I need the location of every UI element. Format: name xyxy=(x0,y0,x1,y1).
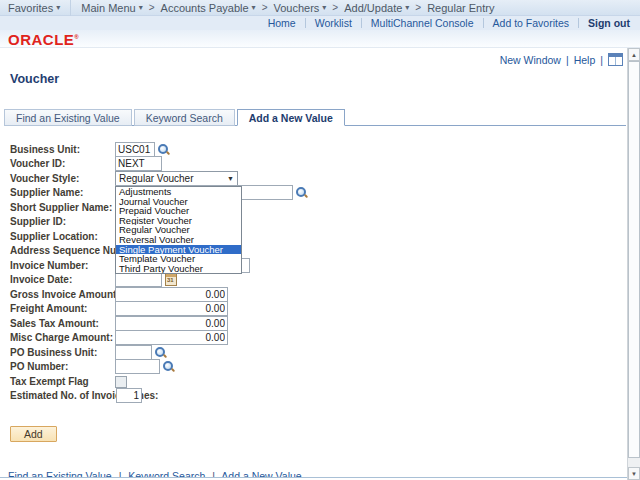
crumb-label: Accounts Payable xyxy=(161,2,249,14)
favorites-menu[interactable]: Favorites ▾ xyxy=(8,2,60,14)
dropdown-option-third-party-voucher[interactable]: Third Party Voucher xyxy=(116,264,241,274)
breadcrumb: Favorites ▾ Main Menu ▾ > Accounts Payab… xyxy=(0,0,640,16)
breadcrumb-regular-entry: Regular Entry xyxy=(427,2,494,14)
calendar-icon[interactable] xyxy=(165,273,177,286)
business-unit-input[interactable] xyxy=(115,142,155,157)
divider xyxy=(483,18,484,28)
scroll-up-button[interactable]: ▲ xyxy=(628,48,640,61)
scrollbar-thumb[interactable] xyxy=(628,61,640,458)
estimated-invoice-lines-input[interactable] xyxy=(116,388,142,403)
field-row-po-business-unit: PO Business Unit: xyxy=(10,345,167,360)
dropdown-option-journal-voucher[interactable]: Journal Voucher xyxy=(116,197,241,207)
dropdown-option-prepaid-voucher[interactable]: Prepaid Voucher xyxy=(116,206,241,216)
vertical-scrollbar[interactable]: ▲ ▼ xyxy=(627,48,640,480)
field-label: Invoice Number: xyxy=(10,260,115,271)
divider xyxy=(361,18,362,28)
chevron-down-icon: ▼ xyxy=(227,175,234,182)
help-link[interactable]: Help xyxy=(574,54,596,66)
breadcrumb-add-update[interactable]: Add/Update ▾ xyxy=(344,2,409,14)
field-label: Misc Charge Amount: xyxy=(10,332,115,343)
field-label: Freight Amount: xyxy=(10,303,115,314)
field-row-tax-exempt-flag: Tax Exempt Flag xyxy=(10,374,127,389)
field-label: Short Supplier Name: xyxy=(10,202,115,213)
breadcrumb-vouchers[interactable]: Vouchers ▾ xyxy=(273,2,326,14)
chevron-down-icon: ▾ xyxy=(56,4,60,12)
breadcrumb-separator: > xyxy=(262,2,268,13)
lookup-icon[interactable] xyxy=(154,346,167,359)
po-business-unit-input[interactable] xyxy=(115,345,152,360)
scroll-down-button[interactable]: ▼ xyxy=(628,467,640,480)
main-menu-label: Main Menu xyxy=(81,2,135,14)
sign-out-link[interactable]: Sign out xyxy=(588,17,630,29)
crumb-label: Add/Update xyxy=(344,2,402,14)
divider: | xyxy=(566,54,569,66)
misc-charge-amount-input[interactable] xyxy=(115,330,228,345)
field-row-address-sequence-number: Address Sequence Number: xyxy=(10,243,120,258)
chevron-down-icon: ▾ xyxy=(139,4,143,12)
divider xyxy=(305,18,306,28)
lookup-icon[interactable] xyxy=(157,143,170,156)
voucher-id-input[interactable] xyxy=(115,156,162,171)
sales-tax-amount-input[interactable] xyxy=(115,316,228,331)
field-row-misc-charge-amount: Misc Charge Amount: xyxy=(10,330,228,345)
crumb-label: Regular Entry xyxy=(427,2,494,14)
dropdown-option-adjustments[interactable]: Adjustments xyxy=(116,187,241,197)
dropdown-option-register-voucher[interactable]: Register Voucher xyxy=(116,216,241,226)
frame-bottom-border xyxy=(0,477,627,478)
multichannel-console-link[interactable]: MultiChannel Console xyxy=(371,17,474,29)
field-row-po-number: PO Number: xyxy=(10,359,175,374)
field-label: Address Sequence Number: xyxy=(10,245,120,256)
field-label: Business Unit: xyxy=(10,144,115,155)
gross-invoice-amount-input[interactable] xyxy=(115,287,228,302)
dropdown-option-template-voucher[interactable]: Template Voucher xyxy=(116,254,241,264)
field-label: Tax Exempt Flag xyxy=(10,376,115,387)
field-row-short-supplier-name: Short Supplier Name: xyxy=(10,200,115,215)
lookup-icon[interactable] xyxy=(295,186,308,199)
breadcrumb-separator: > xyxy=(415,2,421,13)
oracle-logo: ORACLE xyxy=(8,31,79,48)
field-row-supplier-location: Supplier Location: xyxy=(10,229,115,244)
add-to-favorites-link[interactable]: Add to Favorites xyxy=(493,17,569,29)
field-label: Voucher ID: xyxy=(10,158,115,169)
tab-add-new-value[interactable]: Add a New Value xyxy=(237,109,345,126)
main-menu[interactable]: Main Menu ▾ xyxy=(81,2,142,14)
field-row-voucher-id: Voucher ID: xyxy=(10,156,162,171)
home-link[interactable]: Home xyxy=(268,17,296,29)
logo-bar: ORACLE xyxy=(0,30,640,48)
voucher-style-select[interactable]: Regular Voucher ▼ xyxy=(115,171,238,186)
field-label: Supplier ID: xyxy=(10,216,115,227)
tab-keyword-search[interactable]: Keyword Search xyxy=(134,109,235,126)
tax-exempt-checkbox[interactable] xyxy=(115,376,127,388)
field-row-voucher-style: Voucher Style: Regular Voucher ▼ xyxy=(10,171,238,186)
breadcrumb-separator: > xyxy=(332,2,338,13)
field-label: Invoice Date: xyxy=(10,274,115,285)
lookup-icon[interactable] xyxy=(162,360,175,373)
field-label: Gross Invoice Amount: xyxy=(10,289,115,300)
page-utility-links: New Window | Help | xyxy=(500,53,623,66)
field-row-business-unit: Business Unit: xyxy=(10,142,170,157)
worklist-link[interactable]: Worklist xyxy=(315,17,352,29)
divider xyxy=(70,0,71,16)
tab-find-existing-value[interactable]: Find an Existing Value xyxy=(4,109,132,126)
field-label: Sales Tax Amount: xyxy=(10,318,115,329)
po-number-input[interactable] xyxy=(115,359,160,374)
personalize-page-icon[interactable] xyxy=(608,53,623,66)
chevron-down-icon: ▾ xyxy=(405,4,409,12)
dropdown-option-single-payment-voucher[interactable]: Single Payment Voucher xyxy=(116,245,241,255)
field-row-gross-invoice-amount: Gross Invoice Amount: xyxy=(10,287,228,302)
field-label: Supplier Location: xyxy=(10,231,115,242)
freight-amount-input[interactable] xyxy=(115,301,228,316)
field-label: PO Business Unit: xyxy=(10,347,115,358)
chevron-down-icon: ▾ xyxy=(252,4,256,12)
field-row-supplier-id: Supplier ID: xyxy=(10,214,115,229)
page-title: Voucher xyxy=(10,72,59,86)
field-label: Supplier Name: xyxy=(10,187,115,198)
dropdown-option-regular-voucher[interactable]: Regular Voucher xyxy=(116,225,241,235)
breadcrumb-accounts-payable[interactable]: Accounts Payable ▾ xyxy=(161,2,256,14)
crumb-label: Vouchers xyxy=(273,2,319,14)
application-window: Favorites ▾ Main Menu ▾ > Accounts Payab… xyxy=(0,0,640,480)
new-window-link[interactable]: New Window xyxy=(500,54,561,66)
dropdown-option-reversal-voucher[interactable]: Reversal Voucher xyxy=(116,235,241,245)
add-button[interactable]: Add xyxy=(10,426,57,442)
utility-bar: Home Worklist MultiChannel Console Add t… xyxy=(0,16,640,30)
